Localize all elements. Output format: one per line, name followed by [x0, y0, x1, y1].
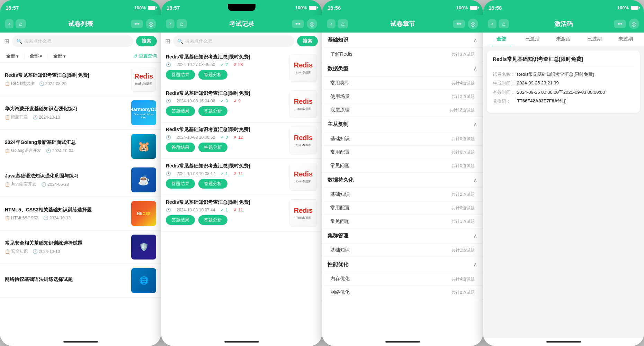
- more-btn-3[interactable]: •••: [453, 20, 465, 28]
- list-item-5[interactable]: HTML5、CSS3相关基础知识训练选择题 📋 HTML5&CSS3 🕐 202…: [0, 197, 161, 230]
- tab-expired[interactable]: 已过期: [579, 33, 610, 46]
- list-item-2[interactable]: 华为鸿蒙开发基础知识点强化练习 📋 鸿蒙开发 🕐 2024-10-10 Harm…: [0, 96, 161, 130]
- target-btn-4[interactable]: ◎: [629, 19, 639, 29]
- chapter-sub-3-2[interactable]: 常用配置 共计0道试题: [322, 145, 483, 159]
- activation-content: Redis常见基础知识考查汇总[限时免费] 试卷名称： Redis常见基础知识考…: [483, 46, 644, 338]
- analysis-btn-4[interactable]: 答题分析: [198, 179, 227, 189]
- item-thumb-5: H5CSS: [131, 201, 156, 226]
- search-box-1[interactable]: 🔍 搜索点什么吧: [12, 35, 133, 47]
- battery-icon-4: [631, 6, 638, 10]
- exam-item-3[interactable]: Redis常见基础知识考查汇总[限时免费] 🕐 2024-10-08 10:08…: [161, 122, 322, 159]
- chapter-section-5: 集群管理 ∧ 基础知识 共计1道试题: [322, 228, 483, 257]
- chapter-sub-5-1[interactable]: 基础知识 共计1道试题: [322, 243, 483, 257]
- exam-item-4[interactable]: Redis常见基础知识考查汇总[限时免费] 🕐 2024-10-08 10:08…: [161, 159, 322, 195]
- card-title: Redis常见基础知识考查汇总[限时免费]: [493, 56, 634, 66]
- home-btn-4[interactable]: ⌂: [499, 19, 509, 28]
- chapter-sub-4-1[interactable]: 基础知识 共计2道试题: [322, 188, 483, 201]
- result-btn-5[interactable]: 答题结果: [166, 215, 195, 225]
- list-item-1[interactable]: Redis常见基础知识考查汇总[限时免费] 📋 Redis数据库 🕐 2024-…: [0, 63, 161, 96]
- chapter-sub-6-1[interactable]: 内存优化 共计4道试题: [322, 272, 483, 285]
- exam-item-5[interactable]: Redis常见基础知识考查汇总[限时免费] 🕐 2024-10-08 10:07…: [161, 195, 322, 231]
- filter-bar-1: 全部 ▾ | 全部 ▾ | 全部 ▾ ↺ 重置查询: [0, 50, 161, 63]
- home-bar-3: [322, 338, 483, 346]
- tab-activated[interactable]: 已激活: [517, 33, 548, 46]
- search-btn-1[interactable]: 搜索: [136, 36, 157, 46]
- tab-not-expired[interactable]: 未过期: [610, 33, 641, 46]
- chapter-header-5[interactable]: 集群管理 ∧: [322, 228, 483, 243]
- card-valid-time-row: 有效时间： 2024-09-25 00:00:00至2025-09-03 00:…: [493, 89, 634, 95]
- chapter-sub-4-3[interactable]: 常见问题 共计1道试题: [322, 215, 483, 228]
- search-placeholder-2: 搜索点什么吧: [185, 38, 212, 44]
- chapter-header-2[interactable]: 数据类型 ∧: [322, 61, 483, 76]
- search-area-2: ⊞ 🔍 搜索点什么吧 搜索: [161, 33, 322, 50]
- home-btn-3[interactable]: ⌂: [338, 19, 348, 28]
- chapter-header-4[interactable]: 数据持久化 ∧: [322, 173, 483, 188]
- list-item-7[interactable]: 网络协议基础语法训练选择试题 🌐: [0, 264, 161, 298]
- chapter-sub-1-1[interactable]: 了解Redis 共计3道试题: [322, 47, 483, 61]
- home-btn-1[interactable]: ⌂: [16, 19, 26, 28]
- chapter-section-6: 性能优化 ∧ 内存优化 共计4道试题 网络优化 共计2道试题: [322, 257, 483, 299]
- exam-item-1[interactable]: Redis常见基础知识考查汇总[限时免费] 🕐 2024-10-27 08:45…: [161, 50, 322, 86]
- list-item-3[interactable]: 2024年Golang最新基础面试汇总 📋 Golang语言开发 🕐 2024-…: [0, 130, 161, 163]
- search-box-2[interactable]: 🔍 搜索点什么吧: [173, 35, 294, 47]
- exam-thumb-1: RedisRedis数据库: [289, 54, 317, 82]
- chapter-sub-2-1[interactable]: 常用类型 共计4道试题: [322, 76, 483, 90]
- status-time-1: 18:57: [6, 5, 19, 11]
- home-btn-2[interactable]: ⌂: [177, 19, 187, 28]
- exam-thumb-2: RedisRedis数据库: [289, 90, 317, 118]
- chapter-list: 基础知识 ∧ 了解Redis 共计3道试题 数据类型 ∧ 常用类型 共计4道试题…: [322, 33, 483, 338]
- back-btn-3[interactable]: ‹: [327, 19, 336, 28]
- activation-card: Redis常见基础知识考查汇总[限时免费] 试卷名称： Redis常见基础知识考…: [487, 51, 640, 113]
- more-btn-2[interactable]: •••: [292, 20, 304, 28]
- home-indicator-3: [385, 341, 420, 343]
- chapter-sub-3-3[interactable]: 常见问题 共计0道试题: [322, 159, 483, 172]
- target-btn-1[interactable]: ◎: [146, 19, 156, 29]
- exam-list: Redis常见基础知识考查汇总[限时免费] 🕐 2024-10-27 08:45…: [161, 50, 322, 338]
- back-btn-1[interactable]: ‹: [5, 19, 14, 28]
- filter-all-1[interactable]: 全部 ▾: [4, 52, 21, 60]
- chapter-header-6[interactable]: 性能优化 ∧: [322, 257, 483, 272]
- list-item-4[interactable]: Java基础语法知识强化巩固与练习 📋 Java语言开发 🕐 2024-05-2…: [0, 163, 161, 197]
- exam-thumb-5: RedisRedis数据库: [289, 199, 317, 227]
- analysis-btn-3[interactable]: 答题分析: [198, 143, 227, 152]
- grid-icon-1[interactable]: ⊞: [4, 37, 9, 45]
- analysis-btn-5[interactable]: 答题分析: [198, 215, 227, 225]
- grid-icon-2[interactable]: ⊞: [165, 37, 170, 45]
- status-bar-3: 18:56 100%: [322, 0, 483, 15]
- item-thumb-6: 🛡️: [131, 235, 156, 260]
- filter-all-3[interactable]: 全部 ▾: [51, 52, 68, 60]
- chapter-sub-2-2[interactable]: 使用场景 共计2道试题: [322, 90, 483, 103]
- tab-not-activated[interactable]: 未激活: [548, 33, 579, 46]
- exam-name-value: Redis常见基础知识考查汇总[限时免费]: [517, 71, 634, 78]
- target-btn-3[interactable]: ◎: [468, 19, 478, 29]
- search-btn-2[interactable]: 搜索: [297, 36, 318, 46]
- chapter-sub-2-3[interactable]: 底层原理 共计12道试题: [322, 103, 483, 117]
- reset-btn-1[interactable]: ↺ 重置查询: [133, 53, 157, 59]
- search-area-1: ⊞ 🔍 搜索点什么吧 搜索: [0, 33, 161, 50]
- result-btn-4[interactable]: 答题结果: [166, 179, 195, 189]
- phone-4: 18:58 100% ‹ ⌂ 激活码 ••• ◎ 全部 已激活 未激活 已过期 …: [483, 0, 644, 346]
- more-btn-4[interactable]: •••: [614, 20, 626, 28]
- back-btn-4[interactable]: ‹: [488, 19, 497, 28]
- result-btn-3[interactable]: 答题结果: [166, 143, 195, 152]
- list-item-6[interactable]: 常见安全相关基础知识训练选择试题 📋 安全知识 🕐 2024-10-13 🛡️: [0, 230, 161, 264]
- status-right-2: 100%: [295, 5, 316, 10]
- more-btn-1[interactable]: •••: [131, 20, 143, 28]
- back-btn-2[interactable]: ‹: [166, 19, 175, 28]
- chapter-header-1[interactable]: 基础知识 ∧: [322, 33, 483, 47]
- exam-item-2[interactable]: Redis常见基础知识考查汇总[限时免费] 🕐 2024-10-08 15:04…: [161, 86, 322, 122]
- chapter-sub-6-2[interactable]: 网络优化 共计2道试题: [322, 285, 483, 299]
- tab-all[interactable]: 全部: [486, 33, 517, 46]
- chapter-sub-4-2[interactable]: 常用配置 共计0道试题: [322, 201, 483, 215]
- filter-all-2[interactable]: 全部 ▾: [28, 52, 44, 60]
- result-btn-1[interactable]: 答题结果: [166, 70, 195, 80]
- chapter-header-3[interactable]: 主从复制 ∧: [322, 117, 483, 132]
- nav-left-2: ‹ ⌂: [166, 19, 187, 28]
- chapter-sub-3-1[interactable]: 基础知识 共计0道试题: [322, 132, 483, 145]
- chapter-section-4: 数据持久化 ∧ 基础知识 共计2道试题 常用配置 共计0道试题 常见问题 共计1…: [322, 173, 483, 228]
- result-btn-2[interactable]: 答题结果: [166, 106, 195, 116]
- analysis-btn-2[interactable]: 答题分析: [198, 106, 227, 116]
- target-btn-2[interactable]: ◎: [307, 19, 317, 29]
- home-bar-1: [0, 338, 161, 346]
- analysis-btn-1[interactable]: 答题分析: [198, 70, 227, 80]
